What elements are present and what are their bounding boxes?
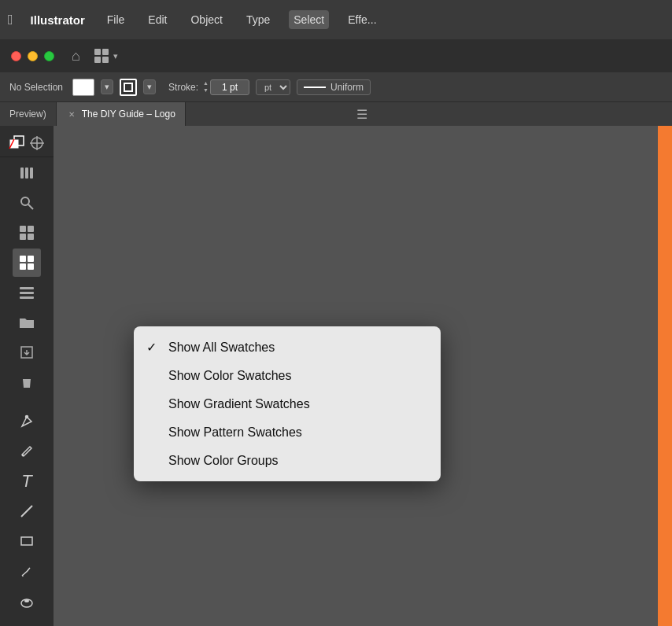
tool-list[interactable] xyxy=(13,278,41,307)
dropdown-show-color-swatches[interactable]: Show Color Swatches xyxy=(134,362,441,390)
brush-tool[interactable] xyxy=(13,557,41,585)
svg-rect-20 xyxy=(20,292,34,294)
tab-diy-guide[interactable]: ✕ The DIY Guide – Logo xyxy=(57,102,186,126)
menu-object[interactable]: Object xyxy=(186,10,227,29)
stroke-stepper[interactable]: ▲ ▼ xyxy=(203,80,209,94)
svg-rect-18 xyxy=(28,263,34,270)
svg-rect-14 xyxy=(28,234,34,240)
app-name: Illustrator xyxy=(31,13,85,27)
tab-preview[interactable]: Preview) xyxy=(0,102,57,126)
align-icon[interactable]: ☰ xyxy=(356,107,367,122)
svg-line-23 xyxy=(21,506,32,517)
close-button[interactable] xyxy=(11,51,21,61)
svg-rect-6 xyxy=(20,168,24,179)
svg-rect-11 xyxy=(20,226,26,232)
svg-rect-17 xyxy=(20,263,26,270)
swatch-tools-row xyxy=(0,129,54,157)
show-gradient-swatches-label: Show Gradient Swatches xyxy=(168,397,425,411)
apple-menu[interactable]:  xyxy=(8,12,13,28)
svg-rect-19 xyxy=(20,287,34,289)
rectangle-tool[interactable] xyxy=(13,527,41,555)
maximize-button[interactable] xyxy=(44,51,54,61)
line-tool[interactable] xyxy=(13,497,41,525)
tab-preview-label: Preview) xyxy=(9,109,46,120)
menu-file[interactable]: File xyxy=(102,10,130,29)
tool-libraries[interactable] xyxy=(13,159,41,187)
svg-rect-12 xyxy=(28,226,34,232)
stroke-style-label: Uniform xyxy=(330,82,364,93)
stroke-dropdown-button[interactable]: ▾ xyxy=(143,79,156,94)
workspace-chevron: ▾ xyxy=(113,51,118,61)
tab-close-button[interactable]: ✕ xyxy=(66,109,77,120)
eraser-tool[interactable] xyxy=(13,587,41,615)
fill-color-box[interactable] xyxy=(72,79,94,96)
svg-rect-8 xyxy=(30,168,33,179)
dropdown-show-color-groups[interactable]: Show Color Groups xyxy=(134,447,441,475)
stroke-unit-dropdown[interactable]: pt xyxy=(256,79,290,95)
tool-delete[interactable] xyxy=(13,368,41,396)
svg-point-9 xyxy=(21,197,29,205)
tool-arrange[interactable] xyxy=(13,219,41,247)
checkmark-show-all: ✓ xyxy=(146,340,162,355)
stroke-style-box[interactable]: Uniform xyxy=(297,79,371,95)
title-bar: ⌂ ▾ xyxy=(0,39,672,72)
tab-diy-guide-label: The DIY Guide – Logo xyxy=(82,109,175,120)
stroke-value-input[interactable] xyxy=(210,79,249,95)
stroke-style-line xyxy=(304,87,326,88)
svg-point-26 xyxy=(24,599,29,602)
pen-tool[interactable] xyxy=(13,407,41,436)
tools-panel: T xyxy=(0,126,54,626)
svg-rect-15 xyxy=(20,256,26,262)
dropdown-show-pattern-swatches[interactable]: Show Pattern Swatches xyxy=(134,418,441,447)
selection-label: No Selection xyxy=(9,82,63,93)
svg-rect-16 xyxy=(28,256,34,262)
home-icon[interactable]: ⌂ xyxy=(72,48,80,64)
show-color-swatches-label: Show Color Swatches xyxy=(168,369,425,383)
stroke-icon[interactable] xyxy=(120,79,137,96)
show-pattern-swatches-label: Show Pattern Swatches xyxy=(168,425,425,440)
right-panel-hint xyxy=(658,126,672,626)
minimize-button[interactable] xyxy=(28,51,38,61)
show-all-swatches-label: Show All Swatches xyxy=(168,341,425,355)
tool-folder[interactable] xyxy=(13,308,41,337)
dropdown-show-gradient-swatches[interactable]: Show Gradient Swatches xyxy=(134,390,441,418)
stroke-label: Stroke: xyxy=(168,82,198,93)
svg-line-10 xyxy=(28,204,33,209)
workspace-switcher[interactable]: ▾ xyxy=(94,49,118,63)
fill-stroke-icon[interactable] xyxy=(8,134,25,152)
svg-rect-7 xyxy=(25,168,28,179)
swatches-dropdown-menu: ✓ Show All Swatches Show Color Swatches … xyxy=(134,326,441,481)
tool-place[interactable] xyxy=(13,338,41,366)
svg-rect-24 xyxy=(21,537,32,545)
menu-select[interactable]: Select xyxy=(289,10,329,29)
fill-dropdown-button[interactable]: ▾ xyxy=(101,79,113,94)
menu-type[interactable]: Type xyxy=(242,10,275,29)
control-bar: No Selection ▾ ▾ Stroke: ▲ ▼ pt Uniform xyxy=(0,72,672,102)
menu-edit[interactable]: Edit xyxy=(143,10,172,29)
dropdown-show-all-swatches[interactable]: ✓ Show All Swatches xyxy=(134,333,441,362)
show-color-groups-label: Show Color Groups xyxy=(168,454,425,468)
menu-effect[interactable]: Effe... xyxy=(343,10,381,29)
svg-rect-13 xyxy=(20,234,26,240)
menu-bar:  Illustrator File Edit Object Type Sele… xyxy=(0,0,672,39)
tool-search[interactable] xyxy=(13,189,41,217)
svg-rect-21 xyxy=(20,296,34,299)
tabs-bar: ☰ Preview) ✕ The DIY Guide – Logo xyxy=(0,102,672,126)
tool-swatches-active[interactable] xyxy=(13,249,41,277)
layout-icon xyxy=(94,49,109,63)
svg-point-22 xyxy=(26,416,28,418)
crosshair-icon[interactable] xyxy=(28,134,46,152)
pencil-tool[interactable] xyxy=(13,437,41,466)
type-tool[interactable]: T xyxy=(13,467,41,495)
